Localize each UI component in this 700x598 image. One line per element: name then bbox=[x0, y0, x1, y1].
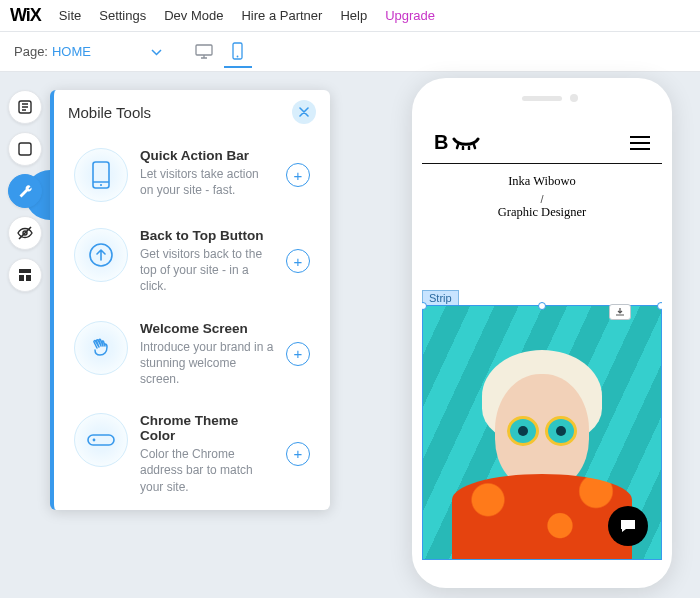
close-icon[interactable] bbox=[292, 100, 316, 124]
page-select[interactable]: HOME bbox=[52, 44, 91, 59]
resize-handle[interactable] bbox=[657, 302, 662, 310]
menu-help[interactable]: Help bbox=[340, 8, 367, 23]
rail-layout-button[interactable] bbox=[8, 132, 42, 166]
phone-icon bbox=[74, 148, 128, 202]
tool-desc: Introduce your brand in a stunning welco… bbox=[140, 339, 274, 388]
tool-title: Back to Top Button bbox=[140, 228, 274, 243]
menu-devmode[interactable]: Dev Mode bbox=[164, 8, 223, 23]
tool-title: Chrome Theme Color bbox=[140, 413, 274, 443]
device-switch bbox=[190, 36, 252, 68]
chat-fab[interactable] bbox=[608, 506, 648, 546]
download-icon[interactable] bbox=[609, 304, 631, 320]
left-rail bbox=[8, 90, 42, 292]
add-button[interactable]: + bbox=[286, 442, 310, 466]
rail-layouts-button[interactable] bbox=[8, 258, 42, 292]
tool-title: Quick Action Bar bbox=[140, 148, 274, 163]
add-button[interactable]: + bbox=[286, 249, 310, 273]
site-role: Graphic Designer bbox=[422, 205, 662, 230]
page-label: Page: bbox=[14, 44, 48, 59]
phone-mockup: B Inka Wibowo / Graphic Designer Strip W… bbox=[412, 78, 672, 588]
tool-chrome-theme[interactable]: Chrome Theme Color Color the Chrome addr… bbox=[68, 405, 316, 503]
tool-desc: Get visitors back to the top of your sit… bbox=[140, 246, 274, 295]
mobile-view-button[interactable] bbox=[224, 36, 252, 68]
separator: / bbox=[422, 193, 662, 205]
svg-point-15 bbox=[93, 439, 96, 442]
svg-rect-0 bbox=[196, 45, 212, 55]
svg-rect-4 bbox=[19, 143, 31, 155]
wave-icon bbox=[74, 321, 128, 375]
svg-rect-14 bbox=[88, 435, 114, 445]
svg-rect-7 bbox=[19, 269, 31, 273]
tool-desc: Color the Chrome address bar to match yo… bbox=[140, 446, 274, 495]
svg-point-2 bbox=[237, 55, 239, 57]
menubar: WiX Site Settings Dev Mode Hire a Partne… bbox=[0, 0, 700, 32]
strip-label[interactable]: Strip bbox=[422, 290, 459, 305]
menu-upgrade[interactable]: Upgrade bbox=[385, 8, 435, 23]
tool-desc: Let visitors take action on your site - … bbox=[140, 166, 274, 198]
panel-header: Mobile Tools bbox=[54, 90, 330, 134]
site-header: B bbox=[422, 122, 662, 164]
resize-handle[interactable] bbox=[422, 302, 427, 310]
add-button[interactable]: + bbox=[286, 342, 310, 366]
brand-letter: B bbox=[434, 131, 448, 154]
rail-hidden-button[interactable] bbox=[8, 216, 42, 250]
rail-tools-button[interactable] bbox=[8, 174, 42, 208]
address-bar-icon bbox=[74, 413, 128, 467]
menu-site[interactable]: Site bbox=[59, 8, 81, 23]
menu-settings[interactable]: Settings bbox=[99, 8, 146, 23]
eyelash-icon bbox=[452, 136, 480, 150]
chat-icon bbox=[619, 518, 637, 534]
site-name: Inka Wibowo bbox=[422, 164, 662, 193]
arrow-up-circle-icon bbox=[74, 228, 128, 282]
page-toolbar: Page: HOME bbox=[0, 32, 700, 72]
tool-welcome-screen[interactable]: Welcome Screen Introduce your brand in a… bbox=[68, 313, 316, 396]
chevron-down-icon[interactable] bbox=[151, 44, 162, 59]
desktop-view-button[interactable] bbox=[190, 36, 218, 68]
tool-title: Welcome Screen bbox=[140, 321, 274, 336]
site-brand: B bbox=[434, 131, 480, 154]
tool-quick-action-bar[interactable]: Quick Action Bar Let visitors take actio… bbox=[68, 140, 316, 210]
preview-canvas[interactable]: B Inka Wibowo / Graphic Designer Strip W… bbox=[422, 122, 662, 560]
add-button[interactable]: + bbox=[286, 163, 310, 187]
menu-hire[interactable]: Hire a Partner bbox=[241, 8, 322, 23]
svg-rect-8 bbox=[19, 275, 24, 281]
svg-point-12 bbox=[100, 184, 102, 186]
panel-list: Quick Action Bar Let visitors take actio… bbox=[54, 134, 330, 509]
tool-back-to-top[interactable]: Back to Top Button Get visitors back to … bbox=[68, 220, 316, 303]
panel-title: Mobile Tools bbox=[68, 104, 151, 121]
rail-pages-button[interactable] bbox=[8, 90, 42, 124]
wix-logo[interactable]: WiX bbox=[10, 5, 41, 26]
hamburger-icon[interactable] bbox=[630, 136, 650, 150]
svg-rect-9 bbox=[26, 275, 31, 281]
resize-handle[interactable] bbox=[538, 302, 546, 310]
mobile-tools-panel: Mobile Tools Quick Action Bar Let visito… bbox=[50, 90, 330, 510]
